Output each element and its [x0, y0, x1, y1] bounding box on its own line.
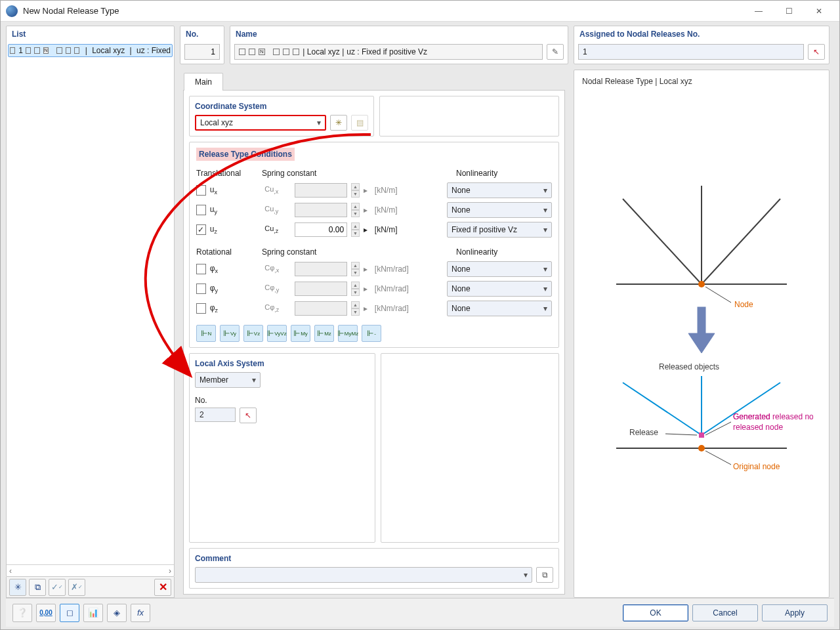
chevron-down-icon: ▾ [317, 118, 321, 127]
unit-label: [kN/m] [375, 205, 415, 215]
condition-symbol: φx [210, 264, 226, 274]
preset-condition-button[interactable]: ⊩My [291, 325, 310, 342]
svg-text:Original node: Original node [733, 462, 780, 471]
condition-checkbox[interactable] [196, 185, 206, 196]
spring-stepper: ▲▼ [351, 282, 360, 296]
nonlinearity-select[interactable]: None▾ [447, 202, 552, 218]
chevron-down-icon: ▾ [543, 264, 547, 274]
svg-marker-8 [688, 333, 715, 353]
help-button[interactable]: ❔ [12, 604, 32, 622]
condition-row: φyCφ,y▲▼▸[kNm/rad]None▾ [196, 279, 552, 299]
preset-condition-button[interactable]: ⊩N [196, 325, 216, 342]
preset-condition-button[interactable]: ⊩Vz [243, 325, 263, 342]
chart-button[interactable]: 📊 [83, 604, 103, 622]
condition-checkbox[interactable] [196, 224, 206, 235]
condition-checkbox[interactable] [196, 303, 206, 314]
uncheck-all-button[interactable]: ✗✓ [68, 579, 85, 596]
spring-label: Cφ,y [264, 284, 291, 293]
window-title: New Nodal Release Type [23, 6, 744, 16]
expand-icon[interactable]: ▸ [364, 225, 371, 234]
expand-icon: ▸ [364, 205, 371, 215]
condition-row: uzCu,z▲▼▸[kN/m]Fixed if positive Vz▾ [196, 220, 552, 240]
view-button[interactable]: ◈ [107, 604, 127, 622]
spring-value-field [295, 282, 347, 296]
spring-label: Cu,y [264, 205, 291, 215]
chevron-down-icon: ▾ [543, 304, 547, 313]
condition-symbol: uy [210, 205, 226, 215]
diagram-illustration: Node Released objects [574, 89, 829, 597]
apply-button[interactable]: Apply [762, 604, 828, 621]
edit-coordinate-system-button[interactable]: ▤ [351, 115, 368, 131]
minimize-button[interactable]: — [744, 1, 774, 21]
spring-stepper[interactable]: ▲▼ [351, 222, 360, 237]
cancel-button[interactable]: Cancel [692, 604, 758, 621]
preset-condition-button[interactable]: ⊩VyVz [267, 325, 287, 342]
preset-condition-button[interactable]: ⊩- [362, 325, 381, 342]
nonlinearity-select[interactable]: None▾ [447, 261, 552, 277]
unit-label: [kN/m] [375, 186, 415, 195]
condition-checkbox[interactable] [196, 264, 206, 274]
copy-item-button[interactable]: ⧉ [29, 579, 46, 596]
titlebar: New Nodal Release Type — ☐ ✕ [1, 1, 839, 22]
nonlinearity-select[interactable]: None▾ [447, 182, 552, 198]
spring-label: Cφ,z [264, 303, 291, 313]
horizontal-scrollbar[interactable]: ‹ › [7, 564, 174, 576]
unit-label: [kN/m] [375, 225, 415, 234]
info-button[interactable]: ◻ [60, 604, 79, 622]
maximize-button[interactable]: ☐ [774, 1, 804, 21]
close-button[interactable]: ✕ [804, 1, 834, 21]
spring-value-field [295, 203, 347, 217]
edit-name-button[interactable]: ✎ [547, 44, 564, 60]
expand-icon: ▸ [364, 186, 371, 195]
nonlinearity-select[interactable]: None▾ [447, 301, 552, 316]
ok-button[interactable]: OK [623, 604, 688, 621]
preset-condition-button[interactable]: ⊩Mz [314, 325, 334, 342]
svg-line-1 [702, 199, 780, 284]
chevron-down-icon: ▾ [543, 225, 547, 234]
spring-label: Cu,z [264, 224, 291, 234]
unit-label: [kNm/rad] [375, 264, 415, 274]
tab-main[interactable]: Main [184, 73, 223, 91]
nonlinearity-select[interactable]: None▾ [447, 281, 552, 297]
diagram-title: Nodal Release Type | Local xyz [574, 70, 829, 89]
unit-label: [kNm/rad] [375, 304, 415, 313]
delete-item-button[interactable]: ✕ [154, 579, 171, 596]
spring-value-field[interactable] [295, 222, 347, 237]
comment-combo[interactable]: ▾ [195, 567, 532, 583]
release-condition-icon [10, 47, 15, 54]
scroll-right-icon[interactable]: › [169, 566, 171, 576]
scroll-left-icon[interactable]: ‹ [9, 566, 12, 576]
coordinate-system-header: Coordinate System [195, 102, 368, 111]
pick-member-button[interactable]: ↖ [240, 408, 257, 423]
coordinate-system-select[interactable]: Local xyz ▾ [195, 115, 326, 131]
spring-stepper: ▲▼ [351, 301, 360, 316]
number-field[interactable] [184, 44, 220, 60]
assigned-field[interactable]: 1 [578, 44, 804, 60]
svg-line-5 [705, 287, 731, 303]
nonlinearity-select[interactable]: Fixed if positive Vz▾ [447, 222, 552, 238]
comment-header: Comment [195, 554, 553, 563]
preset-condition-button[interactable]: ⊩MyMz [338, 325, 358, 342]
list-item[interactable]: 1 N | Local xyz | uz : Fixed [8, 44, 173, 57]
new-item-button[interactable]: ✳ [9, 579, 26, 596]
units-button[interactable]: 0,00 [36, 604, 56, 622]
chevron-down-icon: ▾ [524, 570, 528, 579]
condition-symbol: φy [210, 284, 226, 294]
condition-checkbox[interactable] [196, 284, 206, 294]
condition-row: uyCu,y▲▼▸[kN/m]None▾ [196, 200, 552, 220]
spring-label: Cu,x [264, 185, 291, 195]
fx-button[interactable]: fx [131, 604, 150, 622]
expand-icon: ▸ [364, 264, 371, 274]
condition-checkbox[interactable] [196, 205, 206, 215]
chevron-down-icon: ▾ [543, 205, 547, 215]
comment-library-button[interactable]: ⧉ [536, 567, 553, 583]
local-no-field[interactable]: 2 [195, 408, 236, 422]
svg-text:Released objects: Released objects [659, 362, 719, 371]
local-axis-type-select[interactable]: Member ▾ [195, 372, 261, 388]
new-coordinate-system-button[interactable]: ✳ [330, 115, 347, 131]
condition-symbol: uz [210, 224, 226, 235]
preset-condition-button[interactable]: ⊩Vy [220, 325, 240, 342]
expand-icon: ▸ [364, 304, 371, 313]
check-all-button[interactable]: ✓✓ [49, 579, 66, 596]
pick-release-button[interactable]: ↖ [808, 44, 825, 60]
